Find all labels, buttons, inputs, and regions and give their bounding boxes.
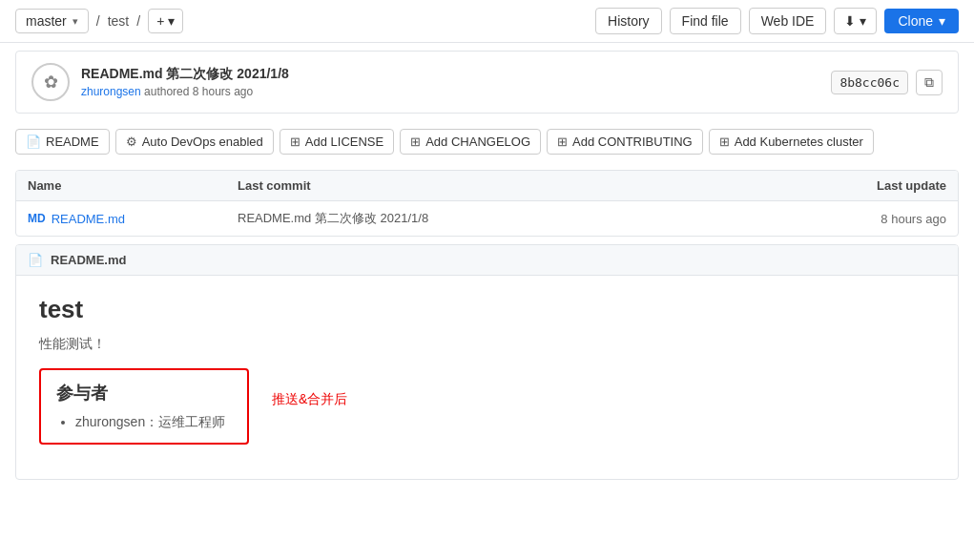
readme-icon: 📄 <box>26 135 41 149</box>
qlink-changelog-label: Add CHANGELOG <box>425 135 530 149</box>
clone-button[interactable]: Clone ▾ <box>884 9 959 33</box>
download-icon: ⬇ <box>844 13 856 29</box>
qlink-contributing[interactable]: ⊞ Add CONTRIBUTING <box>547 129 703 155</box>
kubernetes-icon: ⊞ <box>719 135 730 149</box>
commit-info: README.md 第二次修改 2021/1/8 zhurongsen auth… <box>81 66 289 98</box>
qlink-changelog[interactable]: ⊞ Add CHANGELOG <box>400 129 541 155</box>
commit-left: ✿ README.md 第二次修改 2021/1/8 zhurongsen au… <box>31 63 289 101</box>
readme-header: 📄 README.md <box>16 245 958 276</box>
qlink-devops-label: Auto DevOps enabled <box>142 135 263 149</box>
contributors-title: 参与者 <box>56 382 232 404</box>
col-name-header: Name <box>28 178 238 193</box>
avatar-icon-symbol: ✿ <box>44 72 58 93</box>
readme-header-icon: 📄 <box>28 253 43 267</box>
file-name-link[interactable]: README.md <box>52 212 125 226</box>
add-button[interactable]: + ▾ <box>148 9 183 33</box>
qlink-license-label: Add LICENSE <box>305 135 383 149</box>
branch-chevron: ▾ <box>73 15 78 28</box>
file-table: Name Last commit Last update MD README.m… <box>15 170 959 237</box>
qlink-contributing-label: Add CONTRIBUTING <box>572 135 693 149</box>
copy-hash-button[interactable]: ⧉ <box>916 70 943 95</box>
commit-author-link[interactable]: zhurongsen <box>81 85 141 98</box>
commit-meta: zhurongsen authored 8 hours ago <box>81 85 289 98</box>
commit-authored: authored 8 hours ago <box>144 85 253 98</box>
commit-hash: 8b8cc06c <box>831 71 908 94</box>
qlink-readme[interactable]: 📄 README <box>15 129 110 155</box>
devops-icon: ⚙ <box>126 135 137 149</box>
branch-name: master <box>26 13 67 29</box>
file-name-cell: MD README.md <box>28 212 238 226</box>
avatar: ✿ <box>31 63 70 101</box>
readme-section: 📄 README.md test 性能测试！ 参与者 zhurongsen：运维… <box>15 244 959 480</box>
license-icon: ⊞ <box>290 135 300 149</box>
download-chevron: ▾ <box>860 13 866 29</box>
col-commit-header: Last commit <box>238 178 822 193</box>
find-file-button[interactable]: Find file <box>670 8 741 34</box>
changelog-icon: ⊞ <box>410 135 421 149</box>
clone-chevron: ▾ <box>939 13 945 29</box>
web-ide-button[interactable]: Web IDE <box>749 8 827 34</box>
commit-bar: ✿ README.md 第二次修改 2021/1/8 zhurongsen au… <box>15 51 959 114</box>
qlink-devops[interactable]: ⚙ Auto DevOps enabled <box>115 129 274 155</box>
file-update-cell: 8 hours ago <box>822 212 946 226</box>
readme-header-label: README.md <box>51 253 126 267</box>
commit-right: 8b8cc06c ⧉ <box>831 70 943 95</box>
clone-label: Clone <box>898 13 933 29</box>
contributors-list: zhurongsen：运维工程师 <box>56 414 232 431</box>
readme-title: test <box>39 295 935 324</box>
add-icon: + <box>156 13 164 29</box>
history-button[interactable]: History <box>595 8 662 34</box>
contributing-icon: ⊞ <box>557 135 568 149</box>
qlink-readme-label: README <box>46 135 99 149</box>
readme-body: test 性能测试！ 参与者 zhurongsen：运维工程师 推送&合并后 <box>16 276 958 479</box>
list-item: zhurongsen：运维工程师 <box>75 414 232 431</box>
qlink-kubernetes[interactable]: ⊞ Add Kubernetes cluster <box>709 129 874 155</box>
file-commit-cell: README.md 第二次修改 2021/1/8 <box>238 210 822 227</box>
qlink-license[interactable]: ⊞ Add LICENSE <box>280 129 394 155</box>
topbar: master ▾ / test / + ▾ History Find file … <box>0 0 974 43</box>
readme-perf: 性能测试！ <box>39 336 935 353</box>
contributors-box: 参与者 zhurongsen：运维工程师 <box>39 368 249 445</box>
path-folder: test <box>108 13 130 29</box>
add-chevron: ▾ <box>168 13 175 29</box>
table-row: MD README.md README.md 第二次修改 2021/1/8 8 … <box>16 201 958 236</box>
download-button[interactable]: ⬇ ▾ <box>834 8 877 34</box>
commit-title: README.md 第二次修改 2021/1/8 <box>81 66 289 83</box>
path-separator2: / <box>136 13 140 29</box>
branch-selector[interactable]: master ▾ <box>15 9 89 33</box>
col-update-header: Last update <box>822 178 946 193</box>
path-separator: / <box>96 13 100 29</box>
file-table-header: Name Last commit Last update <box>16 171 958 201</box>
quicklinks-bar: 📄 README ⚙ Auto DevOps enabled ⊞ Add LIC… <box>0 121 974 162</box>
push-merge-text: 推送&合并后 <box>272 391 347 406</box>
md-file-icon: MD <box>28 212 46 225</box>
qlink-kubernetes-label: Add Kubernetes cluster <box>735 135 863 149</box>
